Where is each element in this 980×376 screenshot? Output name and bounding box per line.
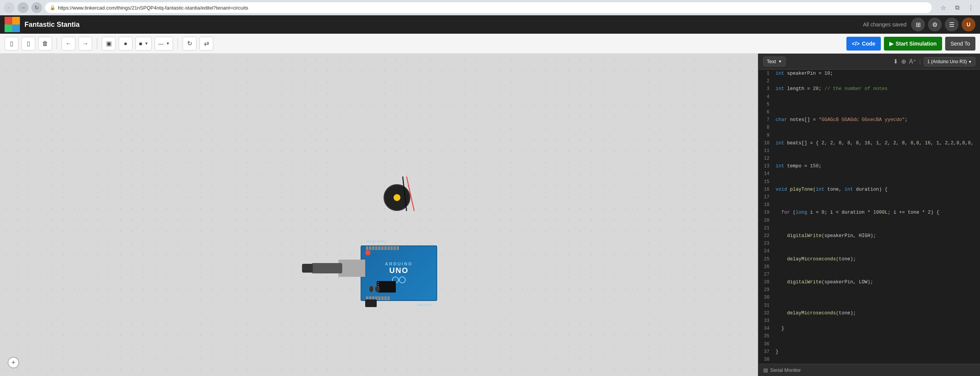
pin (381, 296, 384, 300)
rotate-button[interactable]: ↻ (183, 37, 196, 51)
code-line-31: 31 (759, 302, 980, 309)
code-line-28: 28 digitalWrite(speakerPin, LOW); (759, 278, 980, 286)
bookmark-button[interactable]: ☆ (938, 2, 949, 13)
code-line-38: 38 (759, 356, 980, 363)
browser-actions: ☆ ⧉ ⋮ (938, 2, 976, 13)
code-line-29: 29 (759, 286, 980, 294)
serial-monitor-icon: ▤ (763, 367, 768, 373)
usb-plug (302, 264, 313, 273)
line-num-3: 3 (759, 85, 774, 93)
pin-label-digital: DIGITAL (PWM~) (366, 240, 387, 243)
paste-button[interactable]: ▯ (21, 37, 35, 51)
line-num-31: 31 (759, 302, 774, 309)
code-line-17: 17 (759, 193, 980, 201)
code-line-8: 8 (759, 124, 980, 131)
line-num-19: 19 (759, 209, 774, 216)
delete-button[interactable]: 🗑 (38, 37, 52, 51)
pin (390, 246, 393, 250)
arduino-board[interactable]: ARDUINO UNO DIGITAL (PWM~) (361, 245, 437, 301)
canvas-area[interactable]: - ARDUINO UNO (0, 54, 758, 376)
line-num-20: 20 (759, 217, 774, 224)
code-panel-header: Text ▼ ⬇ ⊕ A⁺ | 1 (Arduino Uno R3) ▼ (759, 54, 980, 70)
canvas-background (0, 54, 758, 376)
line-content-22: digitalWrite(speakerPin, HIGH); (774, 232, 980, 240)
code-type-select[interactable]: Text ▼ (763, 57, 786, 66)
menu-button[interactable]: ⋮ (965, 2, 976, 13)
save-status: All changes saved (863, 21, 906, 28)
pin (381, 246, 384, 250)
code-line-7: 7 char notes[] = "GGAGcB GGAGdc GGxecBA … (759, 116, 980, 124)
zoom-control[interactable]: + (8, 357, 19, 368)
code-type-arrow: ▼ (778, 59, 782, 64)
line-num-27: 27 (759, 271, 774, 278)
avatar[interactable]: U (962, 18, 975, 31)
refresh-button[interactable]: ↻ (31, 2, 42, 13)
line-num-29: 29 (759, 286, 774, 294)
code-line-18: 18 (759, 201, 980, 209)
line-content-3: int length = 28; // the number of notes (774, 85, 980, 93)
arduino-reset-button[interactable] (365, 250, 371, 255)
line-num-36: 36 (759, 340, 774, 348)
code-line-32: 32 delayMicroseconds(tone); (759, 309, 980, 317)
arduino-brand: ARDUINO (385, 262, 413, 266)
pin (387, 246, 390, 250)
undo-button[interactable]: ← (62, 37, 75, 51)
redo-button[interactable]: → (78, 37, 92, 51)
pin (378, 246, 381, 250)
note-button[interactable]: ▣ (102, 37, 116, 51)
toggle-panel-button[interactable]: ⊞ (911, 18, 925, 31)
code-panel-actions: ⬇ ⊕ A⁺ | 1 (Arduino Uno R3) ▼ (893, 57, 975, 66)
flip-button[interactable]: ⇄ (199, 37, 213, 51)
line-content-13: int tempo = 150; (774, 162, 980, 170)
svg-point-3 (399, 277, 405, 283)
code-line-35: 35 (759, 332, 980, 340)
code-line-25: 25 delayMicroseconds(tone); (759, 255, 980, 263)
code-line-36: 36 (759, 340, 980, 348)
forward-button[interactable]: → (18, 2, 28, 13)
settings-button[interactable]: ⚙ (928, 18, 942, 31)
line-num-28: 28 (759, 278, 774, 286)
inspector-button[interactable]: ● (119, 37, 132, 51)
line-dropdown[interactable]: — ▼ (155, 37, 173, 51)
arduino-selector-label: 1 (Arduino Uno R3) (927, 59, 967, 64)
shape-dropdown[interactable]: ■ ▼ (136, 37, 152, 51)
start-simulation-button[interactable]: ▶ Start Simulation (884, 37, 942, 51)
arduino-usb-port (338, 260, 365, 277)
toolbar-separator-1 (57, 38, 57, 49)
code-line-22: 22 digitalWrite(speakerPin, HIGH); (759, 232, 980, 240)
line-num-5: 5 (759, 101, 774, 108)
url-bar[interactable]: 🔒 https://www.tinkercad.com/things/21nSP… (45, 2, 932, 13)
line-content-16: void playTone(int tone, int duration) { (774, 186, 980, 193)
copy-code-icon[interactable]: ⊕ (901, 58, 906, 65)
arduino-selector[interactable]: 1 (Arduino Uno R3) ▼ (924, 57, 975, 66)
copy-button[interactable]: ▯ (5, 37, 18, 51)
back-button[interactable]: ← (4, 2, 15, 13)
code-button[interactable]: </> Code (846, 37, 880, 51)
serial-monitor-button[interactable]: ▤ Serial Monitor (763, 367, 801, 373)
url-text: https://www.tinkercad.com/things/21nSPQP… (58, 5, 927, 11)
code-type-label: Text (767, 59, 776, 64)
line-num-2: 2 (759, 77, 774, 85)
grid-button[interactable]: ☰ (945, 18, 959, 31)
code-label: Code (862, 41, 875, 47)
extensions-button[interactable]: ⧉ (952, 2, 962, 13)
code-line-20: 20 (759, 217, 980, 224)
line-num-21: 21 (759, 224, 774, 232)
pin (397, 246, 399, 250)
code-editor[interactable]: 1 int speakerPin = 10; 2 3 int length = … (759, 70, 980, 364)
code-line-26: 26 (759, 263, 980, 271)
download-icon[interactable]: ⬇ (893, 58, 898, 65)
font-size-icon[interactable]: A⁺ (909, 58, 916, 65)
line-content-10: int beats[] = { 2, 2, 8, 8, 8, 16, 1, 2,… (774, 139, 980, 147)
pin (384, 296, 387, 300)
line-num-30: 30 (759, 294, 774, 301)
pin (378, 296, 381, 300)
send-to-button[interactable]: Send To (945, 37, 975, 51)
code-line-23: 23 (759, 240, 980, 247)
main-area: - ARDUINO UNO (0, 54, 980, 376)
line-content-28: digitalWrite(speakerPin, LOW); (774, 278, 980, 286)
play-icon: ▶ (889, 41, 893, 47)
start-sim-label: Start Simulation (896, 41, 937, 47)
line-num-16: 16 (759, 186, 774, 193)
svg-line-1 (407, 177, 414, 211)
